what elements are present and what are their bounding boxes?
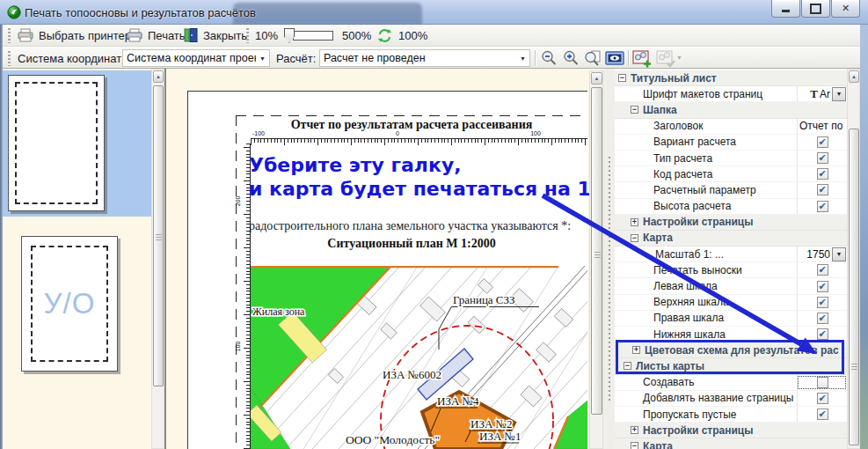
prop-value-cell[interactable]: ✔	[797, 151, 847, 166]
close-preview-button[interactable]: Закрыть	[183, 27, 247, 43]
title-bar[interactable]: Печать топоосновы и результатов расчётов…	[0, 0, 868, 25]
prop-item-row[interactable]: Вариант расчета✔	[615, 135, 847, 151]
close-window-button[interactable]: ✕	[831, 0, 860, 18]
collapse-icon[interactable]: −	[624, 362, 631, 370]
toolbar-grip[interactable]	[8, 28, 11, 43]
chevron-down-icon[interactable]: ▼	[256, 55, 269, 62]
prop-group-row[interactable]: −Титульный лист	[615, 70, 847, 86]
select-printer-button[interactable]: Выбрать принтер	[17, 27, 131, 43]
preview-scrollbar[interactable]: ▲	[589, 70, 603, 449]
prop-item-row[interactable]: Масштаб 1: ...1750▼	[615, 247, 847, 262]
calc-combobox[interactable]: Расчет не проведен ▼	[319, 49, 530, 67]
collapse-icon[interactable]: −	[631, 106, 638, 114]
prop-item-row[interactable]: Шрифт макетов страницTAr▼	[615, 86, 847, 102]
checkbox[interactable]: ✔	[817, 136, 828, 148]
prop-group-row[interactable]: −Листы карты	[615, 358, 847, 374]
prop-value-cell[interactable]: ✔	[797, 407, 847, 422]
checkbox[interactable]: ✔	[817, 328, 828, 340]
checkbox[interactable]: ✔	[817, 409, 828, 420]
prop-item-row[interactable]: Код расчета✔	[615, 166, 847, 182]
dropdown-button[interactable]: ▼	[832, 247, 846, 261]
checkbox[interactable]: ✔	[817, 393, 828, 404]
prop-value-cell[interactable]: ✔	[797, 327, 847, 342]
zoom-slider-thumb[interactable]	[284, 28, 295, 43]
prop-item-row[interactable]: Расчетный параметр✔	[615, 182, 847, 198]
scrollbar-thumb[interactable]	[153, 85, 164, 386]
panel-splitter[interactable]	[603, 69, 615, 449]
prop-group-row[interactable]: +Цветовая схема для результатов рас	[615, 342, 847, 358]
expand-icon[interactable]: +	[632, 346, 640, 354]
prop-group-row[interactable]: +Настройки страницы	[615, 423, 847, 438]
zoom-slider-track[interactable]	[293, 31, 333, 40]
checkbox[interactable]: ✔	[817, 281, 828, 292]
prop-group-row[interactable]: −Карта	[615, 231, 847, 247]
prop-value-cell[interactable]: ✔	[797, 311, 847, 326]
checkbox[interactable]: ✔	[817, 297, 828, 308]
add-map-sheet-button[interactable]	[631, 49, 653, 68]
prop-value-cell[interactable]: ✔	[797, 135, 847, 150]
prop-value-cell[interactable]: ✔	[797, 262, 847, 277]
checkbox[interactable]: ✔	[817, 313, 828, 324]
expand-icon[interactable]: +	[631, 218, 638, 226]
toolbar-grip[interactable]	[8, 51, 11, 66]
collapse-icon[interactable]: −	[631, 234, 638, 242]
expand-icon[interactable]: +	[631, 426, 638, 434]
scroll-up-arrow[interactable]: ▲	[591, 72, 602, 85]
checkbox[interactable]: ✔	[817, 168, 828, 180]
prop-value-cell[interactable]: TAr▼	[797, 86, 847, 101]
collapse-icon[interactable]: −	[618, 74, 626, 82]
prop-item-row[interactable]: Пропускать пустые✔	[615, 407, 847, 423]
scroll-up-arrow[interactable]: ▲	[849, 70, 859, 83]
prop-value-cell[interactable]: ✔	[797, 166, 847, 181]
refresh-zoom-icon[interactable]	[377, 28, 392, 43]
page-thumbnail-1[interactable]	[8, 75, 105, 211]
coord-system-combobox[interactable]: Система координат проек ▼	[122, 49, 270, 67]
print-button[interactable]: Печать	[126, 27, 186, 43]
prop-value-cell[interactable]	[797, 375, 847, 390]
prop-value-cell[interactable]: ✔	[797, 278, 847, 293]
fit-screen-button[interactable]	[604, 49, 625, 68]
checkbox[interactable]	[817, 377, 828, 388]
chevron-down-icon[interactable]: ▼	[516, 55, 529, 62]
prop-group-row[interactable]: −Шапка	[615, 102, 847, 118]
zoom-in-button[interactable]	[560, 49, 581, 68]
prop-value-cell[interactable]: ✔	[797, 391, 847, 406]
minimize-button[interactable]	[771, 0, 800, 18]
thumbnail-scrollbar[interactable]: ▲	[151, 69, 164, 449]
iza4-label: ИЗА №4	[437, 394, 479, 408]
zoom-out-button[interactable]	[538, 49, 559, 68]
chevron-down-icon[interactable]: ▼	[676, 55, 682, 61]
scroll-up-arrow[interactable]: ▲	[153, 70, 164, 83]
prop-item-row[interactable]: Добавлять название страницы✔	[615, 391, 847, 407]
properties-scrollbar[interactable]: ▲	[847, 69, 860, 449]
prop-item-row[interactable]: Печатать выноски✔	[615, 262, 847, 278]
prop-value-cell[interactable]: ✔	[797, 199, 847, 214]
prop-item-row[interactable]: ЗаголовокОтчет по	[615, 119, 847, 135]
collapse-icon[interactable]: −	[631, 442, 638, 449]
prop-item-row[interactable]: Высота расчета✔	[615, 199, 847, 215]
toolbar-grip[interactable]	[246, 28, 249, 43]
page-thumbnail-2[interactable]: У/О	[21, 236, 118, 372]
prop-item-row[interactable]: Нижняя шкала✔	[615, 327, 847, 342]
checkbox[interactable]: ✔	[817, 184, 828, 195]
checkbox[interactable]: ✔	[817, 264, 828, 276]
prop-value-cell[interactable]: 1750▼	[797, 247, 847, 261]
prop-item-row[interactable]: Тип расчета✔	[615, 151, 847, 166]
prop-item-row[interactable]: Верхняя шкала✔	[615, 295, 847, 311]
prop-item-row[interactable]: Правая шкала✔	[615, 311, 847, 327]
prop-item-row[interactable]: Создавать	[615, 375, 847, 391]
maximize-button[interactable]	[801, 0, 830, 18]
prop-item-row[interactable]: Левая шкала✔	[615, 278, 847, 294]
prop-group-row[interactable]: +Настройки страницы	[615, 215, 847, 231]
prop-value-cell[interactable]: Отчет по	[797, 119, 847, 134]
dropdown-button[interactable]: ▼	[832, 87, 846, 101]
prop-value-cell[interactable]: ✔	[797, 295, 847, 310]
prop-value-cell[interactable]: ✔	[797, 182, 847, 197]
check-map-sheet-button[interactable]	[655, 49, 676, 68]
zoom-page-button[interactable]	[582, 49, 603, 68]
checkbox[interactable]: ✔	[817, 152, 828, 164]
scrollbar-thumb[interactable]	[591, 87, 602, 415]
checkbox[interactable]: ✔	[817, 201, 828, 212]
prop-group-row[interactable]: −Карта	[615, 438, 847, 449]
scrollbar-thumb[interactable]	[849, 129, 859, 445]
